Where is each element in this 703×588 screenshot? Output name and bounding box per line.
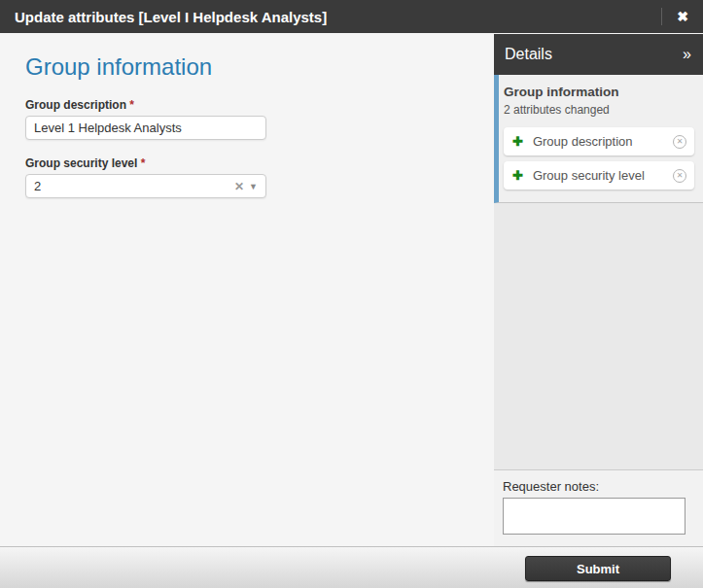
details-panel: Details » Group information 2 attributes… — [494, 34, 703, 546]
dialog-titlebar: Update attributes [Level I Helpdesk Anal… — [0, 0, 703, 33]
changes-section-title: Group information — [504, 85, 694, 99]
group-description-field-group: Group description * — [25, 98, 266, 140]
submit-button[interactable]: Submit — [525, 556, 671, 581]
requester-notes-label: Requester notes: — [503, 479, 703, 494]
required-asterisk: * — [129, 98, 134, 112]
group-security-level-label: Group security level * — [25, 156, 266, 170]
group-description-label: Group description * — [25, 98, 266, 112]
change-count-text: 2 attributes changed — [504, 103, 694, 117]
details-panel-header: Details » — [494, 34, 703, 75]
dialog-footer: Submit — [0, 546, 703, 588]
changed-attribute-label: Group description — [533, 134, 673, 149]
page-title: Group information — [25, 53, 212, 81]
update-attributes-dialog: Update attributes [Level I Helpdesk Anal… — [0, 0, 703, 588]
clear-selection-icon[interactable]: ✕ — [229, 180, 249, 193]
collapse-panel-icon[interactable]: » — [683, 46, 703, 63]
revert-change-icon[interactable]: ✕ — [673, 135, 686, 149]
required-asterisk: * — [141, 156, 146, 170]
revert-change-icon[interactable]: ✕ — [673, 169, 686, 183]
group-description-input[interactable] — [25, 116, 266, 140]
changed-attributes-section: Group information 2 attributes changed ✚… — [494, 75, 703, 203]
added-plus-icon: ✚ — [504, 168, 533, 183]
details-panel-filler — [494, 203, 703, 469]
changed-attribute-item: ✚ Group security level ✕ — [504, 161, 694, 190]
added-plus-icon: ✚ — [504, 134, 533, 149]
group-security-level-field-group: Group security level * 2 ✕ ▼ — [25, 156, 266, 198]
close-icon[interactable]: ✖ — [662, 0, 703, 33]
requester-notes-section: Requester notes: — [494, 469, 703, 546]
details-panel-title: Details — [494, 46, 683, 63]
changed-attribute-item: ✚ Group description ✕ — [504, 127, 694, 156]
dialog-title: Update attributes [Level I Helpdesk Anal… — [0, 9, 661, 25]
group-security-level-select[interactable]: 2 ✕ ▼ — [25, 174, 266, 198]
selected-value: 2 — [26, 179, 229, 193]
chevron-down-icon[interactable]: ▼ — [249, 182, 265, 191]
requester-notes-input[interactable] — [503, 498, 685, 535]
changed-attribute-label: Group security level — [533, 168, 673, 183]
